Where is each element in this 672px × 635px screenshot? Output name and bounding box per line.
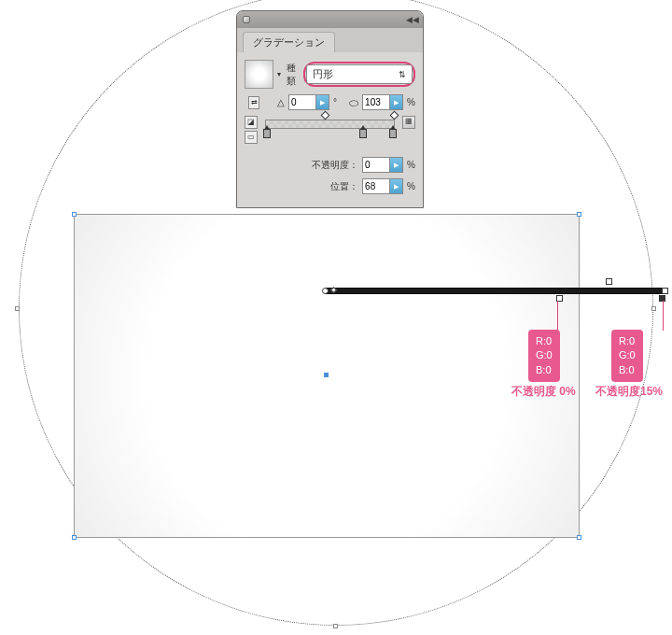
position-input[interactable]: ▶ bbox=[362, 178, 403, 194]
anchor-bottom[interactable] bbox=[333, 624, 338, 628]
panel-tabs: グラデーション bbox=[237, 28, 423, 52]
midpoint-diamond[interactable] bbox=[321, 111, 330, 120]
type-dropdown[interactable]: 円形 ⇅ bbox=[306, 64, 413, 84]
end-diamond[interactable] bbox=[390, 111, 399, 120]
type-highlight: 円形 ⇅ bbox=[303, 62, 415, 87]
annotator-start-stop[interactable] bbox=[330, 287, 337, 293]
rgb-r-2: R:0 bbox=[619, 335, 635, 346]
opacity-text-1: 不透明度 0% bbox=[511, 384, 576, 400]
percent-2: % bbox=[407, 160, 415, 170]
aspect-stepper-icon[interactable]: ▶ bbox=[389, 95, 402, 109]
opacity-text-2: 不透明度15% bbox=[595, 384, 663, 400]
gradient-stop-mid[interactable] bbox=[359, 129, 367, 138]
percent-3: % bbox=[407, 181, 415, 191]
rgb-b-1: B:0 bbox=[536, 364, 552, 375]
opacity-input[interactable]: ▶ bbox=[362, 157, 403, 173]
annotator-bar[interactable] bbox=[325, 288, 665, 294]
percent-1: % bbox=[407, 97, 415, 107]
sel-tl[interactable] bbox=[72, 212, 77, 217]
gradient-panel: ◀◀ グラデーション 種類 円形 ⇅ ⇄ △ ▶ ° ⬭ bbox=[236, 10, 424, 208]
rgb-g-2: G:0 bbox=[619, 349, 636, 360]
rgb-b-2: B:0 bbox=[619, 364, 635, 375]
panel-body: 種類 円形 ⇅ ⇄ △ ▶ ° ⬭ ▶ % ◪ ▭ bbox=[237, 52, 423, 207]
gradient-slider[interactable] bbox=[265, 120, 395, 129]
gradient-stop-left[interactable] bbox=[263, 129, 271, 138]
sel-br[interactable] bbox=[577, 535, 581, 540]
angle-stepper-icon[interactable]: ▶ bbox=[315, 95, 329, 109]
anchor-right[interactable] bbox=[651, 306, 656, 311]
gradient-library-button[interactable]: ▦ bbox=[402, 116, 415, 129]
type-value: 円形 bbox=[313, 67, 333, 81]
reverse-gradient-button[interactable]: ⇄ bbox=[248, 96, 259, 109]
aspect-input[interactable]: ▶ bbox=[362, 94, 403, 110]
callout-box-1: R:0 G:0 B:0 bbox=[528, 330, 560, 382]
opacity-stepper-icon[interactable]: ▶ bbox=[389, 158, 402, 172]
sel-bl[interactable] bbox=[72, 535, 77, 540]
aspect-icon: ⬭ bbox=[349, 96, 358, 109]
panel-grip-icon bbox=[243, 16, 250, 23]
anchor-left[interactable] bbox=[15, 306, 20, 311]
angle-input[interactable]: ▶ bbox=[288, 94, 329, 110]
swatch-dropdown-icon[interactable] bbox=[277, 73, 281, 77]
fill-toggle[interactable]: ◪ bbox=[245, 116, 258, 129]
annotator-midpoint[interactable] bbox=[606, 278, 612, 285]
tab-gradient[interactable]: グラデーション bbox=[243, 32, 335, 52]
sel-tr[interactable] bbox=[577, 212, 581, 217]
sel-center[interactable] bbox=[324, 373, 329, 377]
degree-symbol: ° bbox=[333, 97, 337, 107]
opacity-label: 不透明度： bbox=[312, 159, 358, 172]
stroke-toggle[interactable]: ▭ bbox=[245, 131, 258, 144]
callout-box-2: R:0 G:0 B:0 bbox=[611, 330, 643, 382]
gradient-swatch[interactable] bbox=[245, 60, 273, 89]
panel-header[interactable]: ◀◀ bbox=[237, 11, 423, 28]
annotator-origin[interactable] bbox=[322, 288, 329, 294]
gradient-stop-right[interactable] bbox=[389, 129, 397, 138]
rgb-r-1: R:0 bbox=[536, 335, 552, 346]
callout-line-2 bbox=[663, 301, 664, 331]
rgb-g-1: G:0 bbox=[536, 349, 553, 360]
position-stepper-icon[interactable]: ▶ bbox=[389, 179, 402, 193]
angle-icon: △ bbox=[277, 97, 285, 107]
type-label: 種類 bbox=[287, 62, 300, 88]
dropdown-arrows-icon: ⇅ bbox=[399, 70, 406, 79]
gradient-annotator[interactable]: R:0 G:0 B:0 R:0 G:0 B:0 不透明度 0% 不透明度15% bbox=[325, 288, 665, 294]
panel-collapse-icon[interactable]: ◀◀ bbox=[406, 15, 419, 24]
position-label: 位置： bbox=[330, 180, 358, 193]
annotator-end[interactable] bbox=[662, 288, 668, 294]
callout-line-1 bbox=[557, 301, 558, 331]
